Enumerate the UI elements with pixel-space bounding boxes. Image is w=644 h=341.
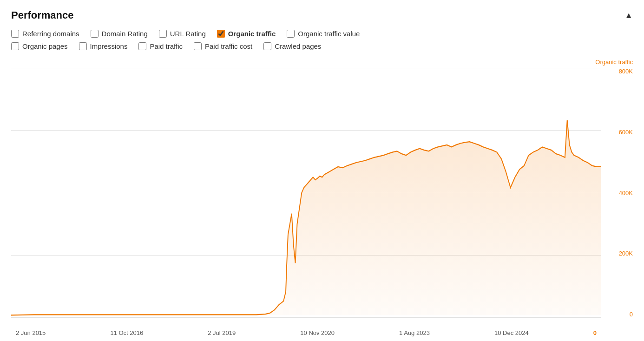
checkbox-input-paid_traffic[interactable] bbox=[138, 42, 146, 50]
x-label-2024: 10 Dec 2024 bbox=[494, 329, 529, 336]
checkbox-input-organic_traffic[interactable] bbox=[217, 30, 225, 38]
checkbox-label-paid_traffic: Paid traffic bbox=[150, 42, 183, 50]
panel-header: Performance ▲ bbox=[11, 9, 633, 21]
checkbox-label-domain_rating: Domain Rating bbox=[102, 30, 148, 38]
checkbox-organic_pages[interactable]: Organic pages bbox=[11, 42, 68, 50]
checkbox-label-impressions: Impressions bbox=[90, 42, 128, 50]
y-label-400k: 400K bbox=[619, 190, 633, 197]
checkbox-domain_rating[interactable]: Domain Rating bbox=[91, 30, 148, 38]
checkbox-input-crawled_pages[interactable] bbox=[263, 42, 271, 50]
x-label-zero: 0 bbox=[593, 329, 597, 336]
chart-svg bbox=[11, 68, 601, 318]
x-label-2019: 2 Jul 2019 bbox=[208, 329, 236, 336]
x-label-2020: 10 Nov 2020 bbox=[300, 329, 335, 336]
checkbox-input-organic_pages[interactable] bbox=[11, 42, 19, 50]
checkbox-input-url_rating[interactable] bbox=[159, 30, 167, 38]
checkboxes-row-1: Referring domainsDomain RatingURL Rating… bbox=[11, 30, 633, 38]
checkbox-url_rating[interactable]: URL Rating bbox=[159, 30, 206, 38]
checkbox-label-paid_traffic_cost: Paid traffic cost bbox=[205, 42, 252, 50]
checkbox-label-organic_traffic: Organic traffic bbox=[228, 30, 276, 38]
y-label-800k: 800K bbox=[619, 68, 633, 75]
x-axis-labels: 2 Jun 2015 11 Oct 2016 2 Jul 2019 10 Nov… bbox=[11, 329, 601, 336]
chart-area: Organic traffic 800K 600K 400K bbox=[11, 59, 633, 336]
x-label-2015: 2 Jun 2015 bbox=[16, 329, 46, 336]
x-label-2016: 11 Oct 2016 bbox=[110, 329, 143, 336]
checkbox-input-domain_rating[interactable] bbox=[91, 30, 99, 38]
checkbox-label-crawled_pages: Crawled pages bbox=[275, 42, 321, 50]
checkbox-label-organic_pages: Organic pages bbox=[22, 42, 68, 50]
performance-panel: Performance ▲ Referring domainsDomain Ra… bbox=[0, 0, 644, 341]
checkboxes-row-2: Organic pagesImpressionsPaid trafficPaid… bbox=[11, 42, 633, 50]
checkbox-label-referring_domains: Referring domains bbox=[22, 30, 79, 38]
x-label-2023: 1 Aug 2023 bbox=[399, 329, 430, 336]
y-axis-labels: 800K 600K 400K 200K 0 bbox=[605, 68, 633, 318]
checkbox-impressions[interactable]: Impressions bbox=[79, 42, 128, 50]
checkbox-crawled_pages[interactable]: Crawled pages bbox=[263, 42, 321, 50]
checkbox-paid_traffic[interactable]: Paid traffic bbox=[138, 42, 183, 50]
chart-legend-label: Organic traffic bbox=[595, 59, 633, 66]
checkbox-input-referring_domains[interactable] bbox=[11, 30, 19, 38]
panel-title: Performance bbox=[11, 9, 74, 21]
checkbox-paid_traffic_cost[interactable]: Paid traffic cost bbox=[194, 42, 252, 50]
checkbox-input-paid_traffic_cost[interactable] bbox=[194, 42, 202, 50]
checkbox-organic_traffic[interactable]: Organic traffic bbox=[217, 30, 276, 38]
checkbox-label-url_rating: URL Rating bbox=[170, 30, 206, 38]
checkbox-referring_domains[interactable]: Referring domains bbox=[11, 30, 79, 38]
collapse-icon[interactable]: ▲ bbox=[624, 11, 633, 20]
checkbox-input-impressions[interactable] bbox=[79, 42, 87, 50]
checkbox-organic_traffic_value[interactable]: Organic traffic value bbox=[287, 30, 360, 38]
checkbox-input-organic_traffic_value[interactable] bbox=[287, 30, 295, 38]
y-label-600k: 600K bbox=[619, 129, 633, 136]
y-label-200k: 200K bbox=[619, 250, 633, 257]
y-label-0: 0 bbox=[630, 311, 633, 318]
checkbox-label-organic_traffic_value: Organic traffic value bbox=[298, 30, 360, 38]
